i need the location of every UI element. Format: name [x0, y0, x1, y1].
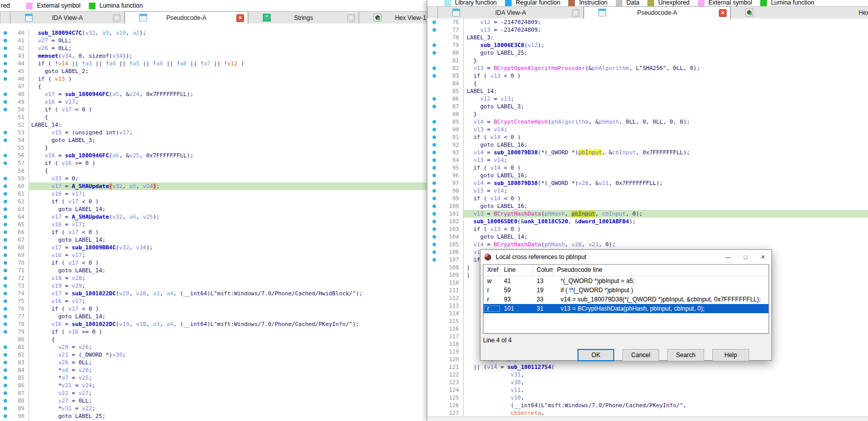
code-text[interactable]: v13 = BCryptOpenAlgorithmProvider(&phAlg…	[464, 64, 868, 72]
breakpoint-dot[interactable]	[432, 66, 436, 70]
breakpoint-dot[interactable]	[4, 54, 7, 58]
code-text[interactable]: || (v14 = sub_180112754(	[464, 363, 868, 371]
column-header-pseudocode-line[interactable]: Pseudocode line	[553, 265, 768, 276]
code-text[interactable]: if ( v17 < 0 )	[29, 228, 427, 236]
code-line-51[interactable]: 51 {	[0, 113, 427, 121]
breakpoint-gutter[interactable]	[0, 62, 10, 65]
xref-cell[interactable]: 13	[533, 277, 553, 285]
code-text[interactable]: *v31 = v22;	[29, 405, 427, 412]
breakpoint-dot[interactable]	[4, 299, 7, 303]
breakpoint-gutter[interactable]	[427, 120, 441, 124]
code-text[interactable]: *v21 = v24;	[29, 382, 427, 389]
breakpoint-gutter[interactable]	[427, 174, 441, 177]
breakpoint-dot[interactable]	[432, 258, 436, 262]
breakpoint-gutter[interactable]	[0, 69, 10, 73]
code-line-85[interactable]: 85 *a7 = v25;	[0, 374, 427, 382]
code-line-83[interactable]: 83 if ( v13 < 0 )	[427, 72, 868, 80]
code-text[interactable]: v20 = v26;	[29, 343, 427, 351]
breakpoint-gutter[interactable]	[427, 197, 441, 200]
breakpoint-gutter[interactable]	[427, 128, 441, 131]
breakpoint-gutter[interactable]	[427, 166, 441, 170]
xref-cell[interactable]: w	[484, 277, 500, 285]
breakpoint-gutter[interactable]	[427, 158, 441, 162]
tab-ida-view-a[interactable]: IDA View-A ✕	[438, 6, 584, 18]
cancel-button[interactable]: Cancel	[622, 349, 659, 361]
breakpoint-dot[interactable]	[432, 204, 436, 208]
breakpoint-gutter[interactable]	[0, 207, 10, 211]
code-text[interactable]: goto LABEL_3;	[29, 136, 427, 144]
breakpoint-gutter[interactable]	[0, 161, 10, 165]
xref-cell[interactable]: r	[484, 287, 500, 294]
breakpoint-gutter[interactable]	[0, 54, 10, 58]
breakpoint-dot[interactable]	[432, 235, 436, 239]
code-text[interactable]: v14 = BCryptHashData(phHash, v28, v21, 0…	[464, 241, 868, 248]
breakpoint-dot[interactable]	[4, 108, 7, 111]
code-line-127[interactable]: 127 cbSecreta,	[427, 409, 868, 417]
breakpoint-dot[interactable]	[4, 261, 7, 265]
breakpoint-dot[interactable]	[4, 330, 7, 334]
code-line-80[interactable]: 80 goto LABEL_25;	[427, 49, 868, 57]
code-line-72[interactable]: 72 v18 = v28;	[0, 274, 427, 282]
breakpoint-gutter[interactable]	[0, 154, 10, 157]
code-text[interactable]: if ( v14 < 0 )	[464, 133, 868, 141]
xref-cell[interactable]: r	[484, 296, 500, 303]
code-text[interactable]: }	[29, 144, 427, 152]
breakpoint-gutter[interactable]	[0, 269, 10, 272]
breakpoint-dot[interactable]	[4, 154, 7, 157]
code-text[interactable]: if ( v17 < 0 )	[29, 305, 427, 313]
code-text[interactable]: v22 = v27;	[29, 389, 427, 397]
close-tab-icon[interactable]: ✕	[572, 9, 580, 17]
breakpoint-gutter[interactable]	[0, 315, 10, 318]
code-line-101[interactable]: 101 v13 = BCryptHashData(phHash, pbInput…	[427, 210, 868, 218]
breakpoint-gutter[interactable]	[0, 384, 10, 387]
code-text[interactable]: v16 = v17;	[29, 297, 427, 305]
breakpoint-dot[interactable]	[4, 399, 7, 403]
breakpoint-dot[interactable]	[432, 143, 436, 147]
breakpoint-dot[interactable]	[432, 181, 436, 185]
code-line-68[interactable]: 68 v17 = sub_18009BB4C(v32, v34);	[0, 244, 427, 251]
code-text[interactable]: if ( v16 >= 0 )	[29, 328, 427, 336]
code-line-100[interactable]: 100 goto LABEL_16;	[427, 202, 868, 210]
column-header-xref[interactable]: Xref	[484, 265, 500, 276]
code-line-59[interactable]: 59 v33 = 0;	[0, 175, 427, 182]
xref-cell[interactable]: if ( !*(_QWORD *)pbInput )	[553, 287, 768, 294]
code-line-58[interactable]: 58 {	[0, 167, 427, 175]
breakpoint-dot[interactable]	[4, 361, 7, 364]
search-button[interactable]: Search	[667, 349, 704, 361]
tab-ida-view-a[interactable]: IDA View-A ✕	[10, 11, 125, 24]
code-line-98[interactable]: 98 v13 = v14;	[427, 187, 868, 195]
code-text[interactable]: sub_18006E3C8(v12);	[464, 41, 868, 49]
code-text[interactable]: if ( v14 < 0 )	[464, 164, 868, 172]
code-text[interactable]: v16 = sub_1800946FC(a6, &v25, 0x7FFFFFFF…	[29, 152, 427, 159]
breakpoint-dot[interactable]	[4, 276, 7, 280]
code-line-87[interactable]: 87 v22 = v27;	[0, 389, 427, 397]
breakpoint-dot[interactable]	[432, 174, 436, 177]
code-line-99[interactable]: 99 if ( v14 < 0 )	[427, 195, 868, 202]
code-line-102[interactable]: 102 sub_180065DE0(&unk_18018C520, &dword…	[427, 218, 868, 225]
tab-pseudocode-a[interactable]: Pseudocode-A ✕	[125, 11, 248, 24]
breakpoint-gutter[interactable]	[0, 46, 10, 50]
code-text[interactable]: v17 = sub_18009BB4C(v32, v34);	[29, 244, 427, 251]
breakpoint-dot[interactable]	[4, 177, 7, 180]
breakpoint-dot[interactable]	[4, 284, 7, 288]
code-line-42[interactable]: 42 v26 = 0LL;	[0, 44, 427, 52]
breakpoint-gutter[interactable]	[427, 181, 441, 185]
breakpoint-gutter[interactable]	[0, 292, 10, 295]
xref-cell[interactable]: 33	[533, 296, 553, 303]
code-text[interactable]: v18 = v28;	[29, 274, 427, 282]
breakpoint-gutter[interactable]	[0, 322, 10, 326]
code-line-54[interactable]: 54 goto LABEL_3;	[0, 136, 427, 144]
code-text[interactable]: v19 = v29;	[29, 282, 427, 290]
breakpoint-dot[interactable]	[4, 223, 7, 226]
code-text[interactable]: v16 = v17;	[29, 251, 427, 259]
code-line-126[interactable]: 126 (__int64)L"msft:Windows/7.0/Phone/Ca…	[427, 402, 868, 409]
code-text[interactable]: v33 = 0;	[29, 175, 427, 182]
code-line-47[interactable]: 47 {	[0, 83, 427, 90]
breakpoint-dot[interactable]	[4, 200, 7, 203]
breakpoint-dot[interactable]	[4, 238, 7, 242]
code-text[interactable]: v12 = v13;	[464, 95, 868, 103]
code-line-122[interactable]: 122 v31,	[427, 371, 868, 379]
breakpoint-dot[interactable]	[4, 315, 7, 318]
code-line-52[interactable]: 52LABEL_14:	[0, 121, 427, 129]
breakpoint-dot[interactable]	[4, 368, 7, 372]
